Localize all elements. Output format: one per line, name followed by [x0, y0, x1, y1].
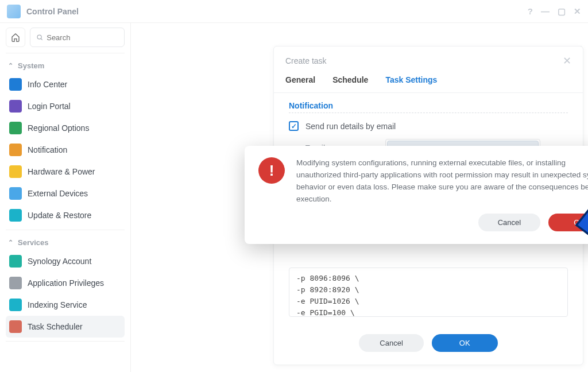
dialog-title: Create task	[285, 56, 327, 65]
maximize-icon[interactable]: ▢	[558, 6, 566, 17]
warning-ok-button[interactable]: OK	[548, 214, 588, 231]
group-label: Services	[18, 238, 49, 247]
create-task-ok-button[interactable]: OK	[432, 334, 498, 352]
app-icon	[7, 5, 21, 18]
content-area: t run time▲ Owner 02/2022 00:…root03/202…	[131, 23, 588, 372]
home-button[interactable]	[6, 28, 25, 47]
sidebar-item-icon	[9, 299, 22, 311]
send-email-label: Send run details by email	[305, 122, 396, 131]
chevron-up-icon: ⌃	[8, 239, 13, 246]
close-icon[interactable]: ✕	[574, 6, 581, 17]
search-field[interactable]	[47, 33, 118, 42]
sidebar-item-label: Login Portal	[28, 102, 71, 111]
sidebar-item-icon	[9, 320, 22, 333]
sidebar-item-icon	[9, 187, 22, 200]
warning-dialog: ! Modifying system configurations, runni…	[245, 146, 588, 244]
sidebar-item-label: Info Center	[28, 80, 67, 89]
sidebar-item-icon	[9, 165, 22, 178]
sidebar-item-icon	[9, 100, 22, 113]
sidebar-item-label: Task Scheduler	[28, 322, 83, 331]
sidebar-item-icon	[9, 277, 22, 289]
tab-schedule[interactable]: Schedule	[332, 75, 368, 88]
dialog-close-icon[interactable]: ✕	[563, 55, 571, 67]
help-icon[interactable]: ?	[528, 6, 533, 17]
sidebar-item-icon	[9, 209, 22, 222]
sidebar-item-label: Synology Account	[28, 257, 91, 266]
send-email-checkbox[interactable]: ✓	[289, 121, 299, 131]
sidebar: ⌃SystemInfo CenterLogin PortalRegional O…	[0, 23, 131, 372]
sidebar-item[interactable]: Login Portal	[6, 95, 125, 117]
search-input[interactable]	[30, 28, 125, 47]
sidebar-item[interactable]: Indexing Service	[6, 294, 125, 316]
sidebar-item[interactable]: External Devices	[6, 183, 125, 204]
sidebar-item-icon	[9, 122, 22, 134]
sidebar-item-icon	[9, 255, 22, 268]
notification-heading: Notification	[289, 101, 568, 110]
chevron-up-icon: ⌃	[8, 62, 13, 69]
create-task-cancel-button[interactable]: Cancel	[359, 334, 423, 352]
sidebar-item[interactable]: Application Privileges	[6, 272, 125, 294]
script-textarea[interactable]: -p 8096:8096 \ -p 8920:8920 \ -e PUID=10…	[289, 268, 568, 317]
window-titlebar: Control Panel ? — ▢ ✕	[0, 0, 588, 23]
tab-task-settings[interactable]: Task Settings	[385, 75, 437, 88]
sidebar-item-icon	[9, 78, 22, 91]
sidebar-item[interactable]: Regional Options	[6, 117, 125, 139]
sidebar-item[interactable]: Info Center	[6, 73, 125, 95]
sidebar-item[interactable]: Update & Restore	[6, 204, 125, 226]
window-title: Control Panel	[26, 7, 528, 16]
tab-general[interactable]: General	[285, 75, 315, 88]
group-label: System	[18, 61, 44, 70]
sidebar-group-header[interactable]: ⌃Services	[6, 235, 125, 250]
sidebar-item-label: Notification	[28, 145, 67, 154]
sidebar-item-icon	[9, 144, 22, 156]
sidebar-item[interactable]: Task Scheduler	[6, 316, 125, 338]
sidebar-item-label: Hardware & Power	[28, 167, 95, 176]
sidebar-item-label: Indexing Service	[28, 300, 87, 309]
sidebar-item-label: Regional Options	[28, 123, 89, 133]
warning-cancel-button[interactable]: Cancel	[478, 214, 540, 231]
sidebar-group-header[interactable]: ⌃System	[6, 58, 125, 73]
sidebar-item-label: External Devices	[28, 189, 88, 198]
warning-text: Modifying system configurations, running…	[296, 157, 588, 206]
sidebar-item[interactable]: Synology Account	[6, 250, 125, 272]
sidebar-item[interactable]: Hardware & Power	[6, 161, 125, 183]
sidebar-item[interactable]: Notification	[6, 139, 125, 161]
minimize-icon[interactable]: —	[541, 6, 550, 17]
svg-point-0	[37, 35, 41, 39]
warning-icon: !	[258, 157, 285, 184]
sidebar-item-label: Update & Restore	[28, 211, 91, 220]
sidebar-item-label: Application Privileges	[28, 278, 104, 288]
